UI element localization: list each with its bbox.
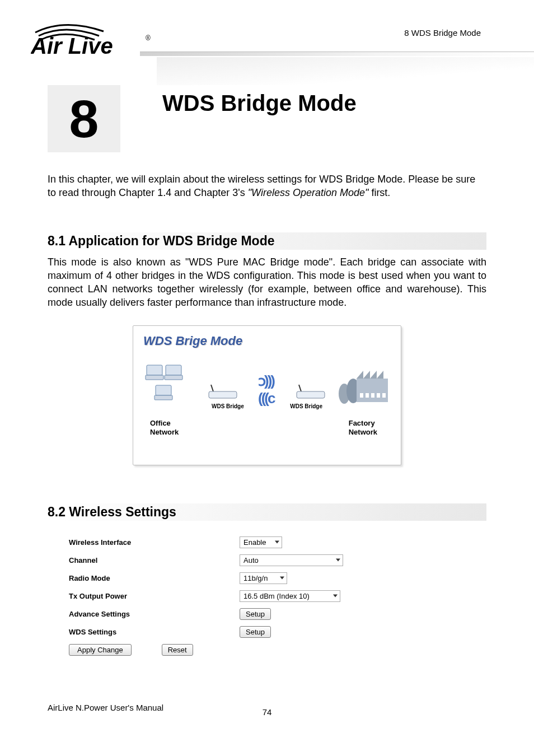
- svg-rect-14: [357, 379, 388, 402]
- wds-bridge-right-icon: [296, 384, 326, 403]
- office-network-label: OfficeNetwork: [150, 419, 179, 437]
- svg-text:®: ®: [146, 34, 151, 42]
- brand-logo: Air Live ®: [31, 19, 154, 60]
- intro-paragraph: In this chapter, we will explain about t…: [48, 172, 486, 200]
- reset-button[interactable]: Reset: [162, 644, 193, 656]
- footer-manual-name: AirLive N.Power User's Manual: [48, 703, 163, 712]
- advance-settings-setup-button[interactable]: Setup: [240, 608, 271, 620]
- svg-marker-18: [377, 371, 383, 379]
- svg-rect-19: [360, 393, 363, 398]
- svg-rect-20: [366, 393, 369, 398]
- chevron-down-icon: [336, 559, 340, 562]
- chevron-down-icon: [275, 541, 279, 544]
- svg-marker-17: [370, 371, 377, 379]
- factory-network-icon: [336, 363, 390, 407]
- svg-rect-11: [297, 391, 325, 398]
- page-footer: AirLive N.Power User's Manual 74: [48, 703, 486, 712]
- wds-bridge-diagram: WDS Brige Mode: [133, 325, 401, 465]
- header-shadow: [157, 57, 534, 85]
- svg-marker-15: [357, 371, 363, 379]
- diagram-container: WDS Brige Mode: [48, 325, 486, 465]
- wireless-settings-panel: Wireless Interface Enable Channel Auto R…: [69, 536, 458, 656]
- radio-mode-select[interactable]: 11b/g/n: [240, 572, 287, 584]
- wds-settings-label: WDS Settings: [69, 628, 240, 636]
- svg-line-10: [299, 385, 301, 391]
- svg-rect-2: [147, 365, 162, 375]
- airlive-logo-icon: Air Live ®: [31, 19, 154, 58]
- wireless-interface-select[interactable]: Enable: [240, 536, 282, 548]
- diagram-title: WDS Brige Mode: [143, 334, 391, 348]
- tx-output-power-select[interactable]: 16.5 dBm (Index 10): [240, 590, 340, 602]
- chevron-down-icon: [333, 595, 338, 598]
- section-8-1-heading: 8.1 Application for WDS Bridge Mode: [48, 232, 486, 250]
- page-header: Air Live ® 8 WDS Bridge Mode: [0, 0, 534, 67]
- intro-text-suffix: first.: [368, 187, 390, 198]
- svg-rect-21: [371, 393, 374, 398]
- footer-page-number: 74: [263, 707, 272, 717]
- svg-marker-16: [363, 371, 370, 379]
- intro-italic: "Wireless Operation Mode": [248, 187, 369, 198]
- section-8-1-para: This mode is also known as "WDS Pure MAC…: [48, 255, 486, 310]
- wds-bridge-left-icon: [208, 384, 238, 403]
- svg-rect-4: [166, 365, 181, 375]
- chevron-down-icon: [280, 577, 284, 580]
- chapter-title: WDS Bridge Mode: [162, 91, 357, 116]
- apply-change-button[interactable]: Apply Change: [69, 644, 132, 656]
- svg-rect-3: [146, 375, 163, 380]
- radio-mode-label: Radio Mode: [69, 574, 240, 582]
- header-chapter-ref: 8 WDS Bridge Mode: [404, 28, 481, 38]
- svg-rect-7: [154, 395, 172, 400]
- tx-output-power-label: Tx Output Power: [69, 592, 240, 600]
- svg-rect-22: [377, 393, 380, 398]
- svg-rect-9: [209, 391, 237, 398]
- wds-bridge-left-label: WDS Bridge: [212, 403, 244, 409]
- svg-rect-6: [156, 385, 171, 395]
- factory-network-label: FactoryNetwork: [349, 419, 377, 437]
- chapter-heading-block: 8 WDS Bridge Mode: [48, 85, 486, 152]
- advance-settings-label: Advance Settings: [69, 610, 240, 618]
- wds-bridge-right-label: WDS Bridge: [290, 403, 322, 409]
- chapter-number-box: 8: [48, 85, 120, 152]
- svg-text:Air Live: Air Live: [31, 34, 113, 58]
- header-divider: [140, 52, 534, 56]
- office-network-icon: [144, 363, 184, 407]
- svg-rect-5: [165, 375, 182, 380]
- svg-line-8: [211, 385, 213, 391]
- svg-rect-23: [382, 393, 386, 398]
- section-8-2-heading: 8.2 Wireless Settings: [48, 503, 486, 521]
- channel-label: Channel: [69, 556, 240, 564]
- wifi-signal-icon: ɔ))) (((c: [258, 381, 292, 399]
- wireless-interface-label: Wireless Interface: [69, 538, 240, 547]
- channel-select[interactable]: Auto: [240, 554, 343, 566]
- wds-settings-setup-button[interactable]: Setup: [240, 626, 271, 638]
- chapter-number: 8: [69, 88, 99, 150]
